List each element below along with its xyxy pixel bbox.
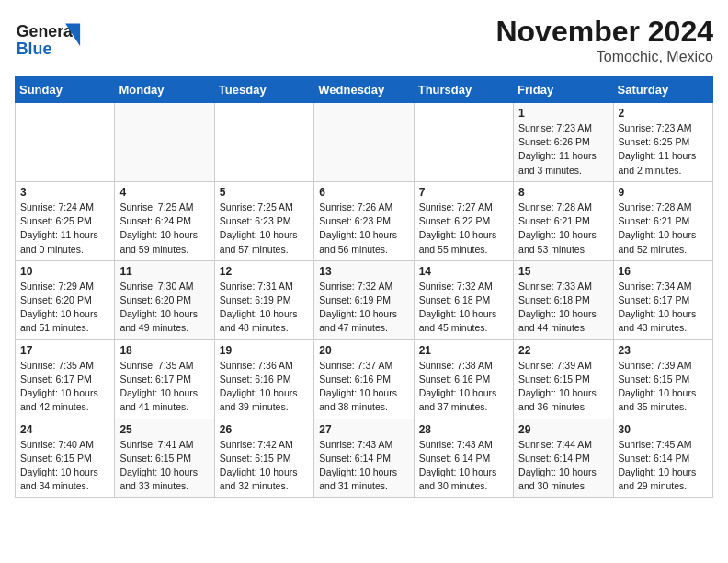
calendar-cell: 13Sunrise: 7:32 AM Sunset: 6:19 PM Dayli…: [314, 260, 414, 339]
header-cell-tuesday: Tuesday: [214, 77, 313, 103]
logo-svg: General Blue: [15, 15, 88, 61]
calendar-cell: 6Sunrise: 7:26 AM Sunset: 6:23 PM Daylig…: [314, 181, 414, 260]
calendar-cell: 15Sunrise: 7:33 AM Sunset: 6:18 PM Dayli…: [514, 260, 613, 339]
day-info: Sunrise: 7:29 AM Sunset: 6:20 PM Dayligh…: [20, 280, 109, 336]
day-number: 2: [619, 107, 708, 120]
day-info: Sunrise: 7:39 AM Sunset: 6:15 PM Dayligh…: [619, 359, 708, 415]
calendar-cell: 28Sunrise: 7:43 AM Sunset: 6:14 PM Dayli…: [414, 419, 513, 498]
day-number: 3: [20, 186, 109, 199]
day-number: 25: [119, 423, 209, 436]
day-number: 12: [220, 265, 309, 278]
day-number: 15: [518, 265, 608, 278]
calendar-week-2: 3Sunrise: 7:24 AM Sunset: 6:25 PM Daylig…: [16, 181, 713, 260]
calendar-cell: [314, 103, 414, 182]
calendar-body: 1Sunrise: 7:23 AM Sunset: 6:26 PM Daylig…: [16, 103, 713, 498]
day-info: Sunrise: 7:30 AM Sunset: 6:20 PM Dayligh…: [119, 280, 209, 336]
calendar-cell: 14Sunrise: 7:32 AM Sunset: 6:18 PM Dayli…: [414, 260, 513, 339]
header-cell-friday: Friday: [514, 77, 613, 103]
day-info: Sunrise: 7:32 AM Sunset: 6:18 PM Dayligh…: [419, 280, 508, 336]
calendar-cell: 8Sunrise: 7:28 AM Sunset: 6:21 PM Daylig…: [514, 181, 613, 260]
day-info: Sunrise: 7:23 AM Sunset: 6:25 PM Dayligh…: [619, 121, 708, 178]
location: Tomochic, Mexico: [495, 49, 713, 65]
day-info: Sunrise: 7:33 AM Sunset: 6:18 PM Dayligh…: [518, 280, 608, 336]
day-info: Sunrise: 7:31 AM Sunset: 6:19 PM Dayligh…: [220, 280, 309, 336]
day-info: Sunrise: 7:43 AM Sunset: 6:14 PM Dayligh…: [419, 438, 508, 494]
day-number: 18: [119, 344, 209, 357]
calendar-cell: 29Sunrise: 7:44 AM Sunset: 6:14 PM Dayli…: [514, 419, 613, 498]
day-number: 30: [619, 423, 708, 436]
calendar-cell: 11Sunrise: 7:30 AM Sunset: 6:20 PM Dayli…: [115, 260, 214, 339]
day-number: 10: [20, 265, 109, 278]
header-row: SundayMondayTuesdayWednesdayThursdayFrid…: [16, 77, 713, 103]
day-info: Sunrise: 7:45 AM Sunset: 6:14 PM Dayligh…: [619, 438, 708, 494]
calendar-cell: 4Sunrise: 7:25 AM Sunset: 6:24 PM Daylig…: [115, 181, 214, 260]
calendar-table: SundayMondayTuesdayWednesdayThursdayFrid…: [15, 76, 713, 498]
day-number: 1: [518, 107, 608, 120]
calendar-cell: 5Sunrise: 7:25 AM Sunset: 6:23 PM Daylig…: [214, 181, 313, 260]
calendar-cell: 17Sunrise: 7:35 AM Sunset: 6:17 PM Dayli…: [16, 339, 115, 419]
calendar-cell: 12Sunrise: 7:31 AM Sunset: 6:19 PM Dayli…: [214, 260, 313, 339]
calendar-cell: [115, 103, 214, 182]
calendar-cell: 24Sunrise: 7:40 AM Sunset: 6:15 PM Dayli…: [16, 419, 115, 498]
calendar-cell: 21Sunrise: 7:38 AM Sunset: 6:16 PM Dayli…: [414, 339, 513, 419]
calendar-cell: [16, 103, 115, 182]
day-info: Sunrise: 7:23 AM Sunset: 6:26 PM Dayligh…: [518, 121, 608, 178]
day-info: Sunrise: 7:35 AM Sunset: 6:17 PM Dayligh…: [119, 359, 209, 415]
day-number: 28: [419, 423, 508, 436]
day-number: 17: [20, 344, 109, 357]
calendar-week-3: 10Sunrise: 7:29 AM Sunset: 6:20 PM Dayli…: [16, 260, 713, 339]
logo: General Blue: [15, 15, 88, 61]
day-info: Sunrise: 7:40 AM Sunset: 6:15 PM Dayligh…: [20, 438, 109, 494]
calendar-cell: 7Sunrise: 7:27 AM Sunset: 6:22 PM Daylig…: [414, 181, 513, 260]
day-info: Sunrise: 7:34 AM Sunset: 6:17 PM Dayligh…: [619, 280, 708, 336]
day-info: Sunrise: 7:25 AM Sunset: 6:23 PM Dayligh…: [220, 201, 309, 257]
header-cell-wednesday: Wednesday: [314, 77, 414, 103]
calendar-cell: 22Sunrise: 7:39 AM Sunset: 6:15 PM Dayli…: [514, 339, 613, 419]
day-number: 5: [220, 186, 309, 199]
day-info: Sunrise: 7:44 AM Sunset: 6:14 PM Dayligh…: [518, 438, 608, 494]
day-number: 19: [220, 344, 309, 357]
day-number: 21: [419, 344, 508, 357]
header-cell-sunday: Sunday: [16, 77, 115, 103]
day-info: Sunrise: 7:41 AM Sunset: 6:15 PM Dayligh…: [119, 438, 209, 494]
calendar-cell: 19Sunrise: 7:36 AM Sunset: 6:16 PM Dayli…: [214, 339, 313, 419]
day-info: Sunrise: 7:25 AM Sunset: 6:24 PM Dayligh…: [119, 201, 209, 257]
day-number: 11: [119, 265, 209, 278]
day-info: Sunrise: 7:24 AM Sunset: 6:25 PM Dayligh…: [20, 201, 109, 257]
day-number: 29: [518, 423, 608, 436]
calendar-cell: 1Sunrise: 7:23 AM Sunset: 6:26 PM Daylig…: [514, 103, 613, 182]
day-info: Sunrise: 7:43 AM Sunset: 6:14 PM Dayligh…: [319, 438, 408, 494]
calendar-cell: 18Sunrise: 7:35 AM Sunset: 6:17 PM Dayli…: [115, 339, 214, 419]
calendar-cell: 27Sunrise: 7:43 AM Sunset: 6:14 PM Dayli…: [314, 419, 414, 498]
day-info: Sunrise: 7:26 AM Sunset: 6:23 PM Dayligh…: [319, 201, 408, 257]
calendar-cell: 26Sunrise: 7:42 AM Sunset: 6:15 PM Dayli…: [214, 419, 313, 498]
calendar-week-4: 17Sunrise: 7:35 AM Sunset: 6:17 PM Dayli…: [16, 339, 713, 419]
day-info: Sunrise: 7:39 AM Sunset: 6:15 PM Dayligh…: [518, 359, 608, 415]
day-number: 20: [319, 344, 408, 357]
day-info: Sunrise: 7:38 AM Sunset: 6:16 PM Dayligh…: [419, 359, 508, 415]
day-number: 14: [419, 265, 508, 278]
calendar-cell: 25Sunrise: 7:41 AM Sunset: 6:15 PM Dayli…: [115, 419, 214, 498]
svg-text:Blue: Blue: [17, 40, 52, 58]
calendar-cell: 10Sunrise: 7:29 AM Sunset: 6:20 PM Dayli…: [16, 260, 115, 339]
calendar-week-1: 1Sunrise: 7:23 AM Sunset: 6:26 PM Daylig…: [16, 103, 713, 182]
day-number: 26: [220, 423, 309, 436]
day-number: 27: [319, 423, 408, 436]
day-info: Sunrise: 7:42 AM Sunset: 6:15 PM Dayligh…: [220, 438, 309, 494]
calendar-cell: 30Sunrise: 7:45 AM Sunset: 6:14 PM Dayli…: [613, 419, 712, 498]
day-info: Sunrise: 7:36 AM Sunset: 6:16 PM Dayligh…: [220, 359, 309, 415]
month-title: November 2024: [495, 15, 713, 49]
calendar-cell: 16Sunrise: 7:34 AM Sunset: 6:17 PM Dayli…: [613, 260, 712, 339]
day-info: Sunrise: 7:27 AM Sunset: 6:22 PM Dayligh…: [419, 201, 508, 257]
day-number: 16: [619, 265, 708, 278]
day-number: 9: [619, 186, 708, 199]
day-number: 8: [518, 186, 608, 199]
page-header: General Blue November 2024 Tomochic, Mex…: [15, 15, 713, 65]
day-info: Sunrise: 7:32 AM Sunset: 6:19 PM Dayligh…: [319, 280, 408, 336]
day-number: 6: [319, 186, 408, 199]
day-number: 13: [319, 265, 408, 278]
header-cell-thursday: Thursday: [414, 77, 513, 103]
calendar-cell: [214, 103, 313, 182]
day-number: 7: [419, 186, 508, 199]
title-block: November 2024 Tomochic, Mexico: [495, 15, 713, 65]
